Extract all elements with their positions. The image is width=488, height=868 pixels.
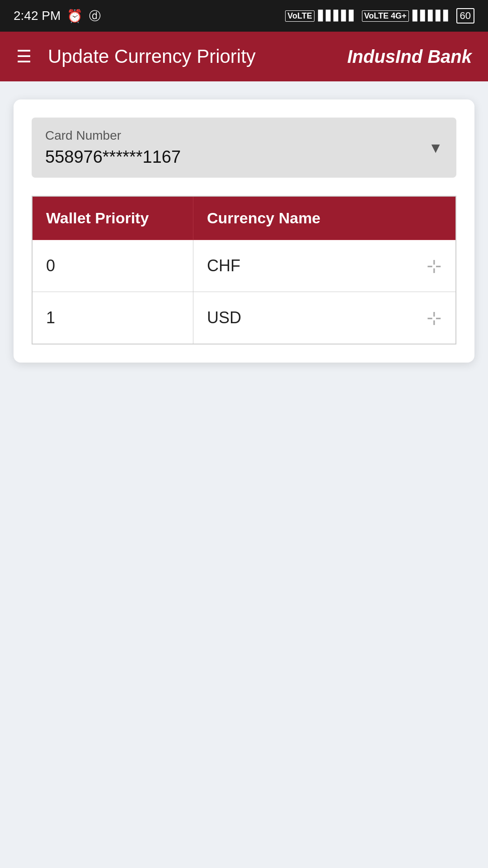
table-header-row: Wallet Priority Currency Name <box>32 196 456 240</box>
bank-logo: IndusInd Bank <box>347 47 472 67</box>
volte-badge-2: VoLTE 4G+ <box>362 10 409 22</box>
card-number-value: 558976******1167 <box>45 147 443 167</box>
signal-bars-1: ▋▋▋▋▋ <box>318 10 357 22</box>
wallet-priority-header: Wallet Priority <box>32 196 193 240</box>
currency-cell-inner-1: USD⊹ <box>207 307 442 328</box>
drag-handle-icon-1[interactable]: ⊹ <box>427 307 442 328</box>
battery-icon: 60 <box>456 8 474 24</box>
status-bar-right: VoLTE ▋▋▋▋▋ VoLTE 4G+ ▋▋▋▋▋ 60 <box>285 8 474 24</box>
time-display: 2:42 PM <box>14 9 61 23</box>
card-number-dropdown[interactable]: Card Number 558976******1167 ▼ <box>32 118 456 178</box>
currency-cell-inner-0: CHF⊹ <box>207 255 442 276</box>
page-title: Update Currency Priority <box>48 46 256 67</box>
signal-group-2: VoLTE 4G+ ▋▋▋▋▋ <box>362 10 451 22</box>
status-bar-left: 2:42 PM ⏰ ⓓ <box>14 8 101 24</box>
currency-name-header: Currency Name <box>193 196 456 240</box>
menu-button[interactable]: ☰ <box>16 47 32 66</box>
priority-cell-1: 1 <box>32 292 193 344</box>
drag-handle-icon-0[interactable]: ⊹ <box>427 255 442 276</box>
currency-cell-1: USD⊹ <box>193 292 456 344</box>
alarm-icon: ⏰ <box>67 9 83 24</box>
battery-group: 60 <box>456 8 474 24</box>
main-content: Card Number 558976******1167 ▼ Wallet Pr… <box>0 81 488 381</box>
currency-name-0: CHF <box>207 256 240 275</box>
currency-name-1: USD <box>207 308 241 327</box>
battery-level: 60 <box>460 10 471 21</box>
card-number-label: Card Number <box>45 128 443 143</box>
priority-cell-0: 0 <box>32 240 193 292</box>
app-header: ☰ Update Currency Priority IndusInd Bank <box>0 32 488 81</box>
signal-bars-2: ▋▋▋▋▋ <box>413 10 451 22</box>
content-card: Card Number 558976******1167 ▼ Wallet Pr… <box>14 99 474 363</box>
currency-cell-0: CHF⊹ <box>193 240 456 292</box>
status-bar: 2:42 PM ⏰ ⓓ VoLTE ▋▋▋▋▋ VoLTE 4G+ ▋▋▋▋▋ … <box>0 0 488 32</box>
volte-badge-1: VoLTE <box>285 10 314 22</box>
header-left: ☰ Update Currency Priority <box>16 46 256 67</box>
table-body: 0CHF⊹1USD⊹ <box>32 240 456 344</box>
table-row: 0CHF⊹ <box>32 240 456 292</box>
priority-table: Wallet Priority Currency Name 0CHF⊹1USD⊹ <box>32 196 456 344</box>
table-row: 1USD⊹ <box>32 292 456 344</box>
dropdown-arrow-icon: ▼ <box>428 139 443 156</box>
signal-group-1: VoLTE ▋▋▋▋▋ <box>285 10 356 22</box>
data-icon: ⓓ <box>89 8 101 24</box>
